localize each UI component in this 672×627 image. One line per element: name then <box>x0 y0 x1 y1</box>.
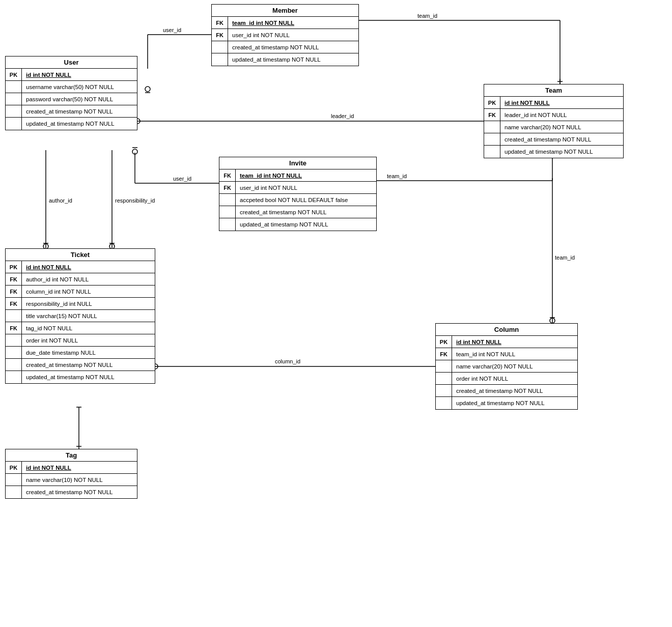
tag-row-1: name varchar(10) NOT NULL <box>6 474 137 486</box>
user-field-0: id int NOT NULL <box>22 70 75 79</box>
invite-row-2: accpeted bool NOT NULL DEFAULT false <box>219 194 376 206</box>
user-key-4 <box>6 118 22 130</box>
column-key-5 <box>436 397 452 409</box>
entity-invite-title: Invite <box>219 157 376 169</box>
ticket-key-6 <box>6 334 22 346</box>
invite-field-0: team_id int NOT NULL <box>236 171 306 180</box>
svg-text:team_id: team_id <box>555 254 575 261</box>
svg-text:responsibility_id: responsibility_id <box>115 197 155 204</box>
user-field-4: updated_at timestamp NOT NULL <box>22 119 119 128</box>
svg-point-40 <box>550 318 555 323</box>
ticket-field-2: column_id int NOT NULL <box>22 287 95 296</box>
ticket-field-4: title varchar(15) NOT NULL <box>22 311 101 321</box>
svg-point-12 <box>132 149 137 154</box>
member-key-2 <box>212 41 228 53</box>
tag-row-0: PK id int NOT NULL <box>6 462 137 474</box>
column-key-4 <box>436 385 452 396</box>
ticket-field-0: id int NOT NULL <box>22 263 75 272</box>
ticket-row-3: FK responsibility_id int NULL <box>6 298 155 310</box>
ticket-key-1: FK <box>6 273 22 285</box>
ticket-row-4: title varchar(15) NOT NULL <box>6 310 155 322</box>
invite-row-4: updated_at timestamp NOT NULL <box>219 218 376 231</box>
ticket-row-9: updated_at timestamp NOT NULL <box>6 371 155 383</box>
user-row-2: password varchar(50) NOT NULL <box>6 93 137 105</box>
invite-field-3: created_at timestamp NOT NULL <box>236 208 330 217</box>
member-row-2: created_at timestamp NOT NULL <box>212 41 358 53</box>
column-row-0: PK id int NOT NULL <box>436 336 577 348</box>
svg-point-7 <box>145 87 150 92</box>
ticket-field-7: due_date timestamp NULL <box>22 348 100 357</box>
erd-diagram: team_id user_id user_id team_id leader_i <box>0 0 672 627</box>
svg-text:leader_id: leader_id <box>331 113 354 119</box>
tag-field-0: id int NOT NULL <box>22 463 75 472</box>
team-row-0: PK id int NOT NULL <box>484 97 623 109</box>
entity-ticket-title: Ticket <box>6 249 155 261</box>
user-key-1 <box>6 81 22 93</box>
column-field-4: created_at timestamp NOT NULL <box>452 386 547 395</box>
user-row-4: updated_at timestamp NOT NULL <box>6 118 137 130</box>
team-field-2: name varchar(20) NOT NULL <box>500 123 585 132</box>
member-field-3: updated_at timestamp NOT NULL <box>228 55 325 64</box>
tag-key-1 <box>6 474 22 486</box>
column-row-4: created_at timestamp NOT NULL <box>436 385 577 397</box>
entity-team-title: Team <box>484 84 623 97</box>
column-field-5: updated_at timestamp NOT NULL <box>452 398 549 408</box>
entity-ticket: Ticket PK id int NOT NULL FK author_id i… <box>5 248 155 384</box>
entity-team: Team PK id int NOT NULL FK leader_id int… <box>484 84 624 158</box>
ticket-key-8 <box>6 359 22 370</box>
member-key-0: FK <box>212 17 228 28</box>
tag-row-2: created_at timestamp NOT NULL <box>6 486 137 498</box>
ticket-key-3: FK <box>6 298 22 309</box>
ticket-row-6: order int NOT NULL <box>6 334 155 347</box>
ticket-field-5: tag_id NOT NULL <box>22 324 76 333</box>
team-field-3: created_at timestamp NOT NULL <box>500 135 595 144</box>
member-row-1: FK user_id int NOT NULL <box>212 29 358 41</box>
svg-text:team_id: team_id <box>417 13 437 19</box>
column-row-3: order int NOT NULL <box>436 373 577 385</box>
team-key-1: FK <box>484 109 500 121</box>
ticket-key-5: FK <box>6 322 22 334</box>
column-key-2 <box>436 360 452 372</box>
member-field-0: team_id int NOT NULL <box>228 18 298 27</box>
ticket-field-9: updated_at timestamp NOT NULL <box>22 373 119 382</box>
user-row-3: created_at timestamp NOT NULL <box>6 105 137 118</box>
svg-text:column_id: column_id <box>275 358 300 364</box>
user-key-3 <box>6 105 22 117</box>
svg-text:author_id: author_id <box>49 197 72 204</box>
team-row-1: FK leader_id int NOT NULL <box>484 109 623 121</box>
ticket-key-4 <box>6 310 22 322</box>
entity-tag: Tag PK id int NOT NULL name varchar(10) … <box>5 449 137 499</box>
entity-member-title: Member <box>212 5 358 17</box>
invite-key-0: FK <box>219 169 236 181</box>
column-field-3: order int NOT NULL <box>452 374 512 383</box>
column-row-5: updated_at timestamp NOT NULL <box>436 397 577 409</box>
team-row-2: name varchar(20) NOT NULL <box>484 121 623 133</box>
team-key-4 <box>484 146 500 158</box>
column-row-2: name varchar(20) NOT NULL <box>436 360 577 373</box>
column-key-1: FK <box>436 348 452 360</box>
column-key-0: PK <box>436 336 452 348</box>
entity-tag-title: Tag <box>6 449 137 462</box>
column-row-1: FK team_id int NOT NULL <box>436 348 577 360</box>
member-key-1: FK <box>212 29 228 41</box>
ticket-key-2: FK <box>6 286 22 297</box>
team-key-3 <box>484 133 500 145</box>
entity-user-title: User <box>6 56 137 69</box>
member-row-0: FK team_id int NOT NULL <box>212 17 358 29</box>
svg-text:user_id: user_id <box>163 27 181 33</box>
svg-text:team_id: team_id <box>387 173 407 179</box>
team-field-4: updated_at timestamp NOT NULL <box>500 147 597 156</box>
invite-key-2 <box>219 194 236 206</box>
tag-field-2: created_at timestamp NOT NULL <box>22 488 117 497</box>
user-key-0: PK <box>6 69 22 80</box>
user-field-3: created_at timestamp NOT NULL <box>22 107 117 116</box>
entity-column-title: Column <box>436 324 577 336</box>
user-field-1: username varchar(50) NOT NULL <box>22 82 118 92</box>
ticket-key-0: PK <box>6 261 22 273</box>
column-field-1: team_id int NOT NULL <box>452 350 519 359</box>
ticket-field-6: order int NOT NULL <box>22 336 82 345</box>
tag-field-1: name varchar(10) NOT NULL <box>22 475 107 484</box>
invite-row-0: FK team_id int NOT NULL <box>219 169 376 182</box>
member-field-2: created_at timestamp NOT NULL <box>228 43 323 52</box>
invite-row-1: FK user_id int NOT NULL <box>219 182 376 194</box>
